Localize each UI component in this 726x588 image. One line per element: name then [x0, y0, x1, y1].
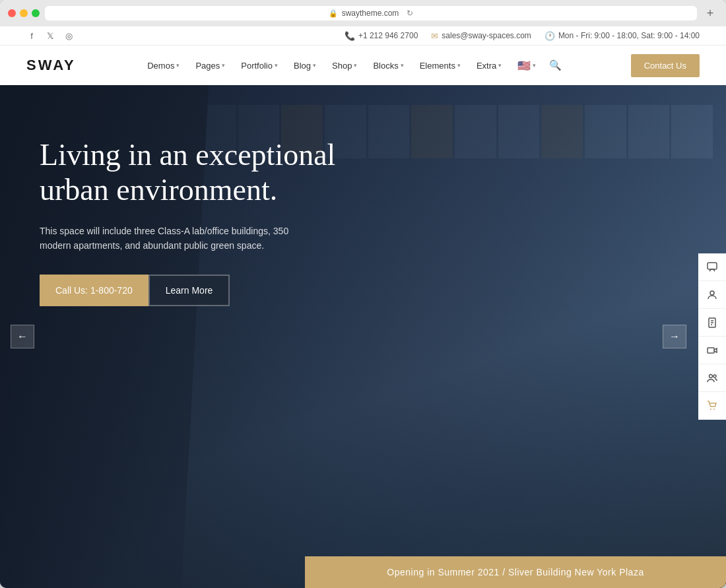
cart-icon[interactable]: [698, 392, 726, 420]
next-slide-button[interactable]: →: [663, 325, 686, 348]
traffic-lights: [8, 9, 40, 17]
hero-content: Living in an exceptional urban environme…: [0, 85, 383, 352]
chevron-down-icon: ▾: [313, 62, 316, 69]
nav-extra[interactable]: Extra ▾: [470, 57, 508, 75]
search-icon[interactable]: 🔍: [545, 55, 566, 75]
browser-window: 🔒 swaytheme.com ↻ + f 𝕏 ◎ 📞 +1 212 946 2…: [0, 0, 726, 588]
chevron-down-icon: ▾: [354, 62, 357, 69]
minimize-button[interactable]: [20, 9, 28, 17]
chevron-down-icon: ▾: [401, 62, 404, 69]
site-logo[interactable]: SWAY: [26, 57, 76, 74]
close-button[interactable]: [8, 9, 16, 17]
instagram-icon[interactable]: ◎: [63, 30, 74, 41]
svg-point-8: [713, 375, 716, 377]
hero-subtitle: This space will include three Class-A la…: [40, 224, 304, 253]
site-wrapper: f 𝕏 ◎ 📞 +1 212 946 2700 ✉ sales@sway-spa…: [0, 26, 726, 588]
hours-info: 🕐 Mon - Fri: 9:00 - 18:00, Sat: 9:00 - 1…: [544, 31, 700, 41]
business-hours: Mon - Fri: 9:00 - 18:00, Sat: 9:00 - 14:…: [558, 31, 700, 40]
svg-rect-6: [708, 348, 714, 353]
call-button[interactable]: Call Us: 1-800-720: [40, 275, 148, 306]
chevron-down-icon: ▾: [533, 62, 536, 69]
chat-icon[interactable]: [698, 253, 726, 281]
refresh-icon[interactable]: ↻: [407, 9, 413, 18]
clock-icon: 🕐: [544, 31, 555, 41]
nav-demos[interactable]: Demos ▾: [141, 57, 186, 75]
email-icon: ✉: [431, 31, 438, 41]
lock-icon: 🔒: [329, 9, 338, 18]
url-text: swaytheme.com: [342, 9, 399, 18]
hero-bottom-banner: Opening in Summer 2021 / Sliver Building…: [305, 556, 726, 588]
hero-title: Living in an exceptional urban environme…: [40, 138, 343, 208]
video-icon[interactable]: [698, 337, 726, 364]
maximize-button[interactable]: [32, 9, 40, 17]
prev-slide-button[interactable]: ←: [11, 325, 34, 348]
facebook-icon[interactable]: f: [26, 30, 37, 41]
email-address: sales@sway-spaces.com: [442, 31, 531, 40]
svg-point-10: [713, 408, 715, 410]
svg-point-9: [710, 408, 711, 410]
nav-blog[interactable]: Blog ▾: [287, 57, 323, 75]
top-bar: f 𝕏 ◎ 📞 +1 212 946 2700 ✉ sales@sway-spa…: [0, 26, 726, 46]
learn-more-button[interactable]: Learn More: [148, 275, 230, 306]
social-links: f 𝕏 ◎: [26, 30, 74, 41]
svg-point-7: [710, 374, 713, 377]
contact-button[interactable]: Contact Us: [631, 54, 700, 77]
chevron-down-icon: ▾: [275, 62, 278, 69]
hero-section: Living in an exceptional urban environme…: [0, 85, 726, 588]
phone-icon: 📞: [345, 31, 355, 41]
new-tab-button[interactable]: +: [702, 5, 718, 21]
contact-info: 📞 +1 212 946 2700 ✉ sales@sway-spaces.co…: [345, 31, 700, 41]
browser-titlebar: 🔒 swaytheme.com ↻ +: [8, 5, 718, 21]
main-nav: Demos ▾ Pages ▾ Portfolio ▾ Blog ▾ Shop: [141, 55, 566, 76]
nav-portfolio[interactable]: Portfolio ▾: [234, 57, 284, 75]
chevron-down-icon: ▾: [498, 62, 502, 69]
chevron-down-icon: ▾: [222, 62, 225, 69]
chevron-down-icon: ▾: [457, 62, 461, 69]
svg-rect-0: [708, 263, 717, 269]
email-info: ✉ sales@sway-spaces.com: [431, 31, 531, 41]
site-header: SWAY Demos ▾ Pages ▾ Portfolio ▾ Blog ▾: [0, 46, 726, 85]
browser-chrome: 🔒 swaytheme.com ↻ +: [0, 0, 726, 26]
nav-shop[interactable]: Shop ▾: [325, 57, 364, 75]
hero-buttons: Call Us: 1-800-720 Learn More: [40, 275, 343, 306]
nav-language[interactable]: 🇺🇸 ▾: [511, 55, 543, 76]
user-icon[interactable]: [698, 281, 726, 309]
banner-text: Opening in Summer 2021 / Sliver Building…: [387, 567, 644, 577]
phone-info: 📞 +1 212 946 2700: [345, 31, 418, 41]
address-bar[interactable]: 🔒 swaytheme.com ↻: [45, 6, 697, 20]
phone-number: +1 212 946 2700: [358, 31, 418, 40]
nav-pages[interactable]: Pages ▾: [189, 57, 232, 75]
side-toolbar: [698, 253, 726, 420]
chevron-down-icon: ▾: [176, 62, 180, 69]
team-icon[interactable]: [698, 364, 726, 392]
nav-elements[interactable]: Elements ▾: [413, 57, 467, 75]
twitter-icon[interactable]: 𝕏: [45, 30, 55, 41]
svg-point-1: [710, 291, 714, 295]
document-icon[interactable]: [698, 309, 726, 337]
nav-blocks[interactable]: Blocks ▾: [366, 57, 410, 75]
